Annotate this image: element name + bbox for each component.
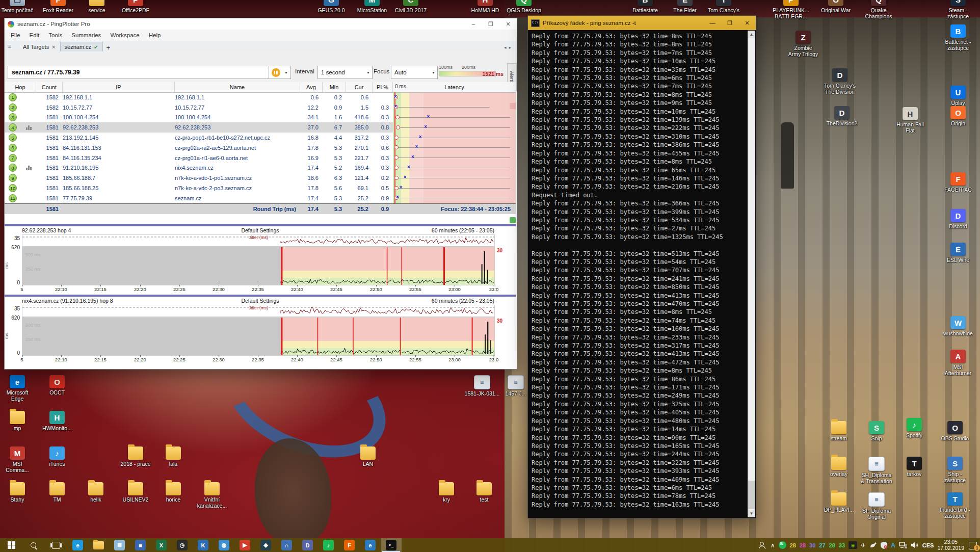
table-row-hop-10[interactable]: 101581185.66.188.25n7k-ko-a-vdc-2-po3.se…	[5, 183, 516, 193]
desktop-icon-zombie-army-trilogy[interactable]: ZZombie Army Trilogy	[781, 31, 825, 57]
minimize-button[interactable]: —	[704, 16, 721, 30]
header-name[interactable]: Name	[175, 82, 300, 92]
taskbar-app-youtube[interactable]: ▶	[234, 538, 255, 552]
menu-file[interactable]: File	[11, 32, 20, 38]
satellite-tray-icon[interactable]	[869, 542, 877, 548]
defender-alert-icon[interactable]	[881, 542, 887, 549]
airplane-tray-icon[interactable]: ✈	[861, 542, 866, 549]
start-button[interactable]	[0, 538, 22, 552]
desktop-icon-qgis-desktop[interactable]: QQGIS Desktop	[502, 0, 546, 13]
desktop-icon-battlestate[interactable]: BBattlestate	[623, 0, 667, 13]
scrollbar-thumb[interactable]	[748, 481, 755, 509]
desktop-icon-hwmonitor[interactable]: HHWMonito...	[35, 411, 79, 431]
desktop-icon-tarkov[interactable]: Ttarkov	[892, 457, 936, 477]
desktop-icon-mp[interactable]: mp	[0, 411, 39, 431]
desktop-icon-faceit-ac[interactable]: FFACEIT AC	[936, 172, 980, 193]
taskbar-app-discord[interactable]: D	[297, 538, 318, 552]
taskbar-app-internet-explorer[interactable]: e	[360, 538, 381, 552]
desktop-icon-tento-pocitac[interactable]: ▢Tento počítač	[0, 0, 39, 13]
scroll-down-icon[interactable]: ▼	[748, 510, 755, 517]
desktop-icon-geus[interactable]: GGEUS 20.0	[309, 0, 353, 13]
clock[interactable]: 23:05 17.02.2019	[937, 539, 964, 551]
taskbar-app-app-document[interactable]: ≣	[109, 538, 130, 552]
table-row-hop-9[interactable]: 91581185.66.188.7n7k-ko-a-vdc-1-po1.sezn…	[5, 173, 516, 183]
taskbar-app-firefox[interactable]: F	[339, 538, 360, 552]
header-avg[interactable]: Avg	[300, 82, 323, 92]
desktop-icon-ship[interactable]: SShip - zástupce	[933, 457, 977, 483]
focus-select[interactable]: Auto▼	[391, 66, 438, 79]
taskbar-app-keepass[interactable]: K	[193, 538, 214, 552]
pane-separator[interactable]	[5, 295, 516, 297]
desktop-icon-tom-clancys[interactable]: TTom Clancy's	[702, 0, 746, 13]
scroll-up-icon[interactable]: ▲	[748, 31, 755, 38]
tab-seznam[interactable]: seznam.cz ✔	[60, 42, 103, 51]
desktop-icon-the-elder[interactable]: EThe Elder	[663, 0, 707, 13]
add-pane-icon[interactable]	[510, 217, 516, 223]
desktop-icon-civil-3d[interactable]: CCivil 3D 2017	[389, 0, 433, 13]
minimize-button[interactable]: –	[465, 18, 482, 30]
cmd-scrollbar[interactable]: ▲ ▼	[748, 31, 755, 517]
desktop-icon-lala[interactable]: lala	[151, 446, 195, 467]
desktop-icon-playerunknowns-battlegrounds[interactable]: PPLAYERUNK... BATTLEGR...	[769, 0, 813, 19]
timeline-graph-hop4[interactable]: 92.62.238.253 hop 4Default Settings60 mi…	[5, 227, 516, 297]
menu-edit[interactable]: Edit	[30, 32, 40, 38]
desktop-icon-steam[interactable]: SSteam - zástupce	[936, 0, 980, 19]
spotify-tray-icon[interactable]	[779, 541, 786, 549]
desktop-icon-quake-champions[interactable]: QQuake Champions	[857, 0, 900, 19]
table-row-hop-11[interactable]: 11158177.75.79.39seznam.cz17.45.325.20.9…	[5, 193, 516, 203]
tab-all-targets[interactable]: All Targets ✕	[19, 42, 60, 51]
desktop-icon-microsoft-edge[interactable]: eMicrosoft Edge	[0, 375, 39, 402]
graph-time-range[interactable]: 60 minutes (22:05 - 23:05)	[432, 298, 494, 304]
graph-time-range[interactable]: 60 minutes (22:05 - 23:05)	[432, 227, 494, 233]
desktop-icon-lan[interactable]: LAN	[346, 446, 390, 467]
header-hop[interactable]: Hop	[5, 82, 36, 92]
taskbar-app-spotify[interactable]: ♪	[318, 538, 339, 552]
desktop-icon-foxit-reader[interactable]: FFoxit Reader	[36, 0, 80, 13]
table-row-hop-1[interactable]: 11582192.168.1.1192.168.1.10.60.20.6×	[5, 92, 516, 102]
autodesk-tray-icon[interactable]: A	[891, 542, 895, 549]
hamburger-icon[interactable]: ≡	[8, 42, 18, 50]
header-latency[interactable]: Latency	[393, 82, 516, 92]
desktop-icon-vnitrni-kanalizace[interactable]: Vnitřní kanalizace...	[190, 482, 234, 509]
table-row-hop-3[interactable]: 31581100.100.4.254100.100.4.25434.11.641…	[5, 113, 516, 123]
table-row-hop-6[interactable]: 6158184.116.131.153cz-prg02a-ra2-ae5-129…	[5, 143, 516, 153]
maximize-button[interactable]: ❐	[482, 18, 499, 30]
hidden-icons-chevron[interactable]: ∧	[771, 542, 775, 549]
taskbar-app-app-globe[interactable]: ◍	[214, 538, 234, 552]
header-ip[interactable]: IP	[63, 82, 175, 92]
close-button[interactable]: ✕	[499, 18, 517, 30]
desktop-icon-hellk[interactable]: hellk	[74, 482, 118, 503]
menu-summaries[interactable]: Summaries	[71, 32, 101, 38]
desktop-icon-discord-desktop[interactable]: DDiscord	[936, 209, 980, 229]
command-prompt-window[interactable]: C:\ Příkazový řádek - ping seznam.cz -t …	[527, 15, 756, 518]
timeline-graph-hop8[interactable]: nix4.seznam.cz (91.210.16.195) hop 8Defa…	[5, 298, 516, 367]
desktop-icon-microstation[interactable]: MMicroStation	[350, 0, 394, 13]
desktop-icon-thedivision2[interactable]: DTheDivision2	[820, 106, 864, 126]
search-button[interactable]	[22, 538, 45, 552]
taskbar-app-excel[interactable]: X	[151, 538, 172, 552]
close-button[interactable]: ✕	[738, 16, 756, 30]
interval-select[interactable]: 1 second▼	[317, 66, 373, 79]
desktop-icon-office2pdf[interactable]: POffice2PDF	[114, 0, 157, 13]
tab-close-icon[interactable]: ✕	[51, 44, 56, 50]
taskbar-app-compass-app[interactable]: ◈	[255, 538, 276, 552]
table-row-hop-5[interactable]: 51581213.192.1.145cz-pra-pop1-rb1-be10-s…	[5, 133, 516, 143]
cmd-titlebar[interactable]: C:\ Příkazový řádek - ping seznam.cz -t …	[528, 16, 756, 30]
desktop-icon-stahy[interactable]: Stahy	[0, 482, 39, 503]
new-tab-button[interactable]: +	[103, 44, 114, 51]
action-center-icon[interactable]: 1	[968, 541, 978, 549]
nvidia-tray-icon[interactable]: ◉	[849, 541, 857, 549]
desktop-icon-obs-studio[interactable]: OOBS Studio	[933, 421, 977, 441]
tab-scroll-arrows[interactable]: ◂▸	[504, 45, 514, 50]
table-row-hop-8[interactable]: 8158191.210.16.195nix4.seznam.cz17.45.21…	[5, 163, 516, 173]
taskbar-app-command-prompt[interactable]: >_	[381, 538, 402, 552]
desktop-icon-battlenet[interactable]: BBattle.net - zástupce	[936, 24, 980, 51]
pane-separator[interactable]	[5, 224, 516, 226]
desktop-icon-occt[interactable]: OOCCT	[35, 375, 79, 396]
desktop-icon-origin[interactable]: OOrigin	[936, 106, 980, 126]
language-indicator[interactable]: CES	[922, 542, 934, 548]
desktop-icon-tm[interactable]: TM	[35, 482, 79, 503]
task-view-button[interactable]	[45, 538, 67, 552]
menu-workspace[interactable]: Workspace	[110, 32, 139, 38]
taskbar-app-headset-app[interactable]: ∩	[276, 538, 297, 552]
